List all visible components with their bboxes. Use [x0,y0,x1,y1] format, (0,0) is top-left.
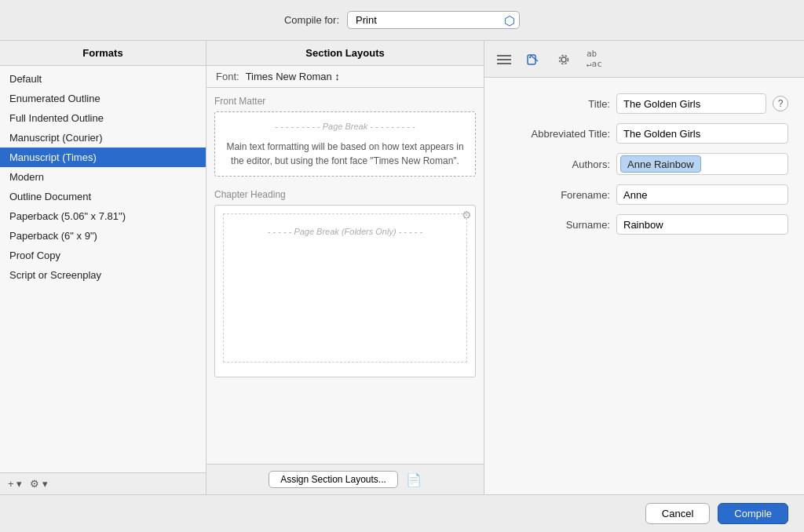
chapter-heading-section: Chapter Heading ⚙ - - - - - Page Break (… [214,189,476,377]
format-item[interactable]: Full Indented Outline [0,108,206,128]
chapter-heading-inner: - - - - - Page Break (Folders Only) - - … [223,213,467,363]
format-item[interactable]: Manuscript (Times) [0,148,206,167]
gear-icon: ⚙ ▾ [30,478,48,490]
bottom-bar: Cancel Compile [0,494,804,532]
forename-label: Forename: [500,189,610,201]
format-item[interactable]: Modern [0,167,206,187]
formats-panel: Formats DefaultEnumerated OutlineFull In… [0,41,206,494]
title-row: Title: ? [500,93,788,114]
add-icon: + ▾ [8,478,22,490]
format-item[interactable]: Paperback (5.06" x 7.81") [0,206,206,226]
assign-section-layouts-button[interactable]: Assign Section Layouts... [269,471,398,488]
abbreviated-title-label: Abbreviated Title: [500,128,610,140]
add-format-button[interactable]: + ▾ [8,478,22,490]
svg-point-7 [560,55,568,64]
top-bar: Compile for: Print PDF EPUB MOBI RTF Fin… [0,0,804,41]
forename-row: Forename: [500,184,788,205]
font-value[interactable]: Times New Roman ↕ [246,71,340,82]
format-item[interactable]: Outline Document [0,187,206,206]
chapter-heading-box[interactable]: ⚙ - - - - - Page Break (Folders Only) - … [214,205,476,377]
format-item[interactable]: Paperback (6" x 9") [0,226,206,246]
surname-label: Surname: [500,219,610,231]
abbreviated-title-row: Abbreviated Title: [500,123,788,144]
metadata-toolbar: ab↵ac [484,41,804,78]
front-matter-label: Front Matter [214,96,476,107]
authors-label: Authors: [500,159,610,170]
page-break-folders-label: - - - - - Page Break (Folders Only) - - … [230,227,460,236]
main-content: Formats DefaultEnumerated OutlineFull In… [0,41,804,494]
gear-format-button[interactable]: ⚙ ▾ [30,478,48,490]
formats-toolbar: + ▾ ⚙ ▾ [0,472,206,494]
front-matter-box: - - - - - - - - - Page Break - - - - - -… [214,111,476,177]
section-layouts-header: Section Layouts [206,41,484,66]
tag-toolbar-icon[interactable] [524,50,544,67]
format-item[interactable]: Default [0,69,206,89]
font-label: Font: [216,71,239,82]
section-layouts-content: Front Matter - - - - - - - - - Page Brea… [206,88,484,464]
compile-for-label: Compile for: [284,14,339,26]
format-item[interactable]: Proof Copy [0,246,206,265]
section-layouts-panel: Section Layouts Font: Times New Roman ↕ … [206,41,484,494]
title-input[interactable] [616,93,766,114]
format-item[interactable]: Enumerated Outline [0,89,206,108]
chapter-heading-label: Chapter Heading [214,189,476,200]
gear-toolbar-icon[interactable] [554,50,574,67]
font-row: Font: Times New Roman ↕ [206,66,484,88]
svg-rect-2 [497,63,511,64]
svg-point-6 [561,57,566,62]
author-tag[interactable]: Anne Rainbow [620,155,701,173]
abc-toolbar-icon[interactable]: ab↵ac [583,47,605,71]
metadata-panel: ab↵ac Title: ? Abbreviated Title: Author… [484,41,804,494]
format-item[interactable]: Manuscript (Courier) [0,128,206,148]
new-document-icon[interactable]: 📄 [406,472,422,487]
list-toolbar-icon[interactable] [494,50,514,67]
authors-row: Authors: Anne Rainbow [500,153,788,175]
page-break-label: - - - - - - - - - Page Break - - - - - -… [223,120,467,133]
format-item[interactable]: Script or Screenplay [0,265,206,285]
surname-input[interactable] [616,214,788,235]
surname-row: Surname: [500,214,788,235]
compile-for-select[interactable]: Print PDF EPUB MOBI RTF Final Draft (.fd… [347,11,520,29]
svg-rect-1 [497,59,511,60]
metadata-form: Title: ? Abbreviated Title: Authors: Ann… [484,78,804,494]
cancel-button[interactable]: Cancel [645,503,710,524]
formats-list: DefaultEnumerated OutlineFull Indented O… [0,66,206,472]
svg-point-5 [529,56,531,58]
abbreviated-title-input[interactable] [616,123,788,144]
title-label: Title: [500,98,610,110]
svg-line-4 [530,55,538,61]
front-matter-text: Main text formatting will be based on ho… [223,140,467,168]
formats-header: Formats [0,41,206,66]
front-matter-section: Front Matter - - - - - - - - - Page Brea… [214,96,476,177]
section-footer: Assign Section Layouts... 📄 [206,464,484,494]
forename-input[interactable] [616,184,788,205]
title-help-button[interactable]: ? [773,96,788,111]
compile-button[interactable]: Compile [718,503,788,524]
svg-rect-0 [497,55,511,56]
compile-for-select-wrapper[interactable]: Print PDF EPUB MOBI RTF Final Draft (.fd… [347,11,520,29]
